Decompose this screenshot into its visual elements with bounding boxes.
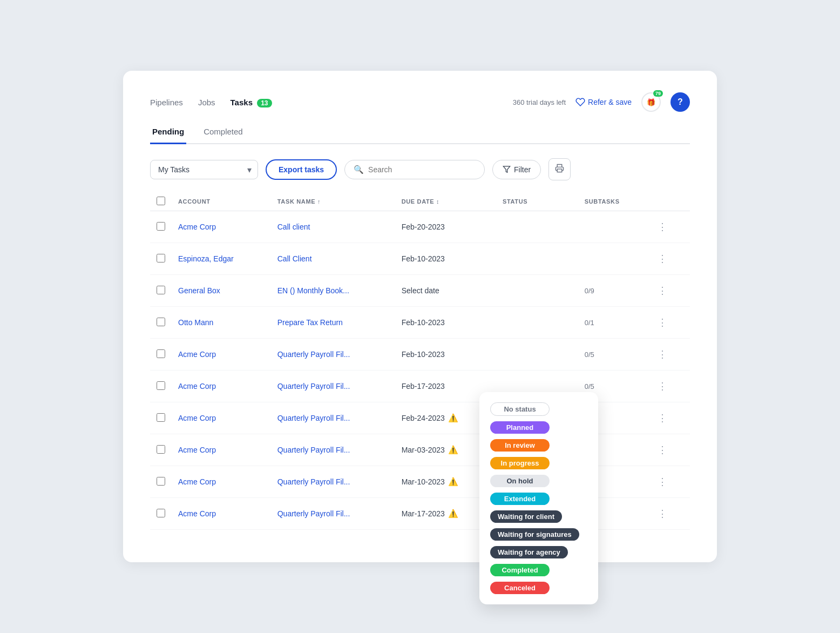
svg-marker-0 [503, 166, 510, 172]
dropdown-item-on-hold[interactable]: On hold [487, 472, 591, 490]
status-dropdown[interactable]: No statusPlannedIn reviewIn progressOn h… [479, 392, 598, 604]
task-link[interactable]: EN () Monthly Book... [277, 286, 349, 295]
account-link[interactable]: Acme Corp [178, 414, 216, 422]
account-link[interactable]: Espinoza, Edgar [178, 254, 234, 263]
alert-icon: ⚠️ [448, 477, 458, 487]
status-option-pill: Planned [490, 421, 550, 434]
row-checkbox[interactable] [157, 286, 165, 294]
nav-pipelines[interactable]: Pipelines [150, 98, 183, 107]
row-checkbox[interactable] [157, 381, 165, 390]
status-option-pill: Waiting for agency [490, 546, 568, 558]
status-option-pill: Canceled [490, 582, 550, 594]
nav-links: Pipelines Jobs Tasks 13 [150, 98, 272, 107]
row-checkbox[interactable] [157, 349, 165, 358]
dropdown-item-in-review[interactable]: In review [487, 436, 591, 454]
status-option-pill: No status [490, 402, 550, 416]
status-cell[interactable] [496, 307, 578, 339]
row-more-button[interactable]: ⋮ [654, 219, 670, 235]
status-option-pill: In progress [490, 457, 550, 469]
row-checkbox[interactable] [157, 413, 165, 422]
task-filter-select-wrap: My Tasks All Tasks Team Tasks ▾ [150, 160, 258, 179]
tab-pending[interactable]: Pending [150, 127, 186, 144]
status-cell[interactable] [496, 211, 578, 243]
table-row: Acme Corp Quarterly Payroll Fil... Mar-1… [150, 466, 690, 498]
status-cell[interactable] [496, 275, 578, 307]
search-input[interactable] [368, 165, 476, 174]
help-button[interactable]: ? [670, 92, 690, 112]
account-link[interactable]: Acme Corp [178, 350, 216, 359]
account-link[interactable]: Acme Corp [178, 446, 216, 454]
row-more-button[interactable]: ⋮ [654, 314, 670, 331]
dropdown-item-canceled[interactable]: Canceled [487, 579, 591, 597]
trial-text: 360 trial days left [513, 98, 566, 106]
row-more-button[interactable]: ⋮ [654, 251, 670, 267]
print-button[interactable] [548, 158, 571, 180]
task-link[interactable]: Prepare Tax Return [277, 318, 343, 327]
dropdown-item-waiting-client[interactable]: Waiting for client [487, 508, 591, 526]
svg-rect-1 [557, 169, 562, 172]
due-date: Feb-10-2023 [402, 350, 445, 359]
table-row: Espinoza, Edgar Call Client Feb-10-2023 … [150, 243, 690, 275]
account-link[interactable]: Acme Corp [178, 382, 216, 390]
table-row: Acme Corp Quarterly Payroll Fil... Feb-1… [150, 339, 690, 371]
row-checkbox[interactable] [157, 254, 165, 262]
row-checkbox[interactable] [157, 318, 165, 326]
main-card: Pipelines Jobs Tasks 13 360 trial days l… [123, 71, 717, 562]
task-link[interactable]: Quarterly Payroll Fil... [277, 350, 350, 359]
dropdown-item-completed[interactable]: Completed [487, 561, 591, 579]
select-all-checkbox[interactable] [157, 197, 165, 205]
table-row: General Box EN () Monthly Book... Select… [150, 275, 690, 307]
task-link[interactable]: Quarterly Payroll Fil... [277, 382, 350, 390]
account-link[interactable]: Acme Corp [178, 223, 216, 231]
row-more-button[interactable]: ⋮ [654, 442, 670, 458]
dropdown-item-waiting-signatures[interactable]: Waiting for signatures [487, 526, 591, 543]
dropdown-item-extended[interactable]: Extended [487, 490, 591, 508]
status-option-pill: Waiting for signatures [490, 528, 579, 541]
row-more-button[interactable]: ⋮ [654, 506, 670, 522]
account-link[interactable]: General Box [178, 286, 220, 295]
export-tasks-button[interactable]: Export tasks [266, 159, 337, 180]
refer-link[interactable]: Refer & save [575, 97, 632, 107]
account-link[interactable]: Acme Corp [178, 477, 216, 486]
task-link[interactable]: Quarterly Payroll Fil... [277, 446, 350, 454]
status-cell[interactable] [496, 339, 578, 371]
row-more-button[interactable]: ⋮ [654, 346, 670, 362]
dropdown-item-no-status[interactable]: No status [487, 400, 591, 419]
due-date: Feb-10-2023 [402, 254, 445, 263]
row-more-button[interactable]: ⋮ [654, 378, 670, 394]
account-link[interactable]: Acme Corp [178, 509, 216, 518]
dropdown-item-in-progress[interactable]: In progress [487, 454, 591, 472]
dropdown-item-planned[interactable]: Planned [487, 419, 591, 436]
table-row: Acme Corp Call client Feb-20-2023 ⋮ [150, 211, 690, 243]
due-date: Mar-03-2023 [402, 446, 445, 454]
row-checkbox[interactable] [157, 222, 165, 231]
filter-button[interactable]: Filter [492, 160, 541, 179]
tasks-table: ACCOUNT TASK NAME ↑ DUE DATE ↕ STATUS SU… [150, 192, 690, 530]
top-nav: Pipelines Jobs Tasks 13 360 trial days l… [150, 92, 690, 112]
nav-jobs[interactable]: Jobs [198, 98, 215, 107]
col-status: STATUS [496, 192, 578, 211]
task-link[interactable]: Quarterly Payroll Fil... [277, 414, 350, 422]
task-link[interactable]: Call client [277, 223, 310, 231]
row-more-button[interactable]: ⋮ [654, 474, 670, 490]
points-icon[interactable]: 🎁 79 [641, 92, 661, 112]
row-checkbox[interactable] [157, 477, 165, 486]
row-more-button[interactable]: ⋮ [654, 282, 670, 299]
task-link[interactable]: Quarterly Payroll Fil... [277, 477, 350, 486]
row-checkbox[interactable] [157, 445, 165, 454]
status-cell[interactable] [496, 243, 578, 275]
row-more-button[interactable]: ⋮ [654, 410, 670, 426]
table-row: Otto Mann Prepare Tax Return Feb-10-2023… [150, 307, 690, 339]
row-checkbox[interactable] [157, 509, 165, 517]
table-row: Acme Corp Quarterly Payroll Fil... Mar-0… [150, 434, 690, 466]
nav-tasks[interactable]: Tasks 13 [231, 98, 272, 107]
task-filter-select[interactable]: My Tasks All Tasks Team Tasks [150, 160, 258, 179]
task-link[interactable]: Quarterly Payroll Fil... [277, 509, 350, 518]
dropdown-item-waiting-agency[interactable]: Waiting for agency [487, 543, 591, 561]
task-link[interactable]: Call Client [277, 254, 312, 263]
tab-completed[interactable]: Completed [201, 127, 245, 144]
due-date: Feb-10-2023 [402, 318, 445, 327]
table-body: Acme Corp Call client Feb-20-2023 ⋮ Espi… [150, 211, 690, 530]
account-link[interactable]: Otto Mann [178, 318, 213, 327]
table-container: ACCOUNT TASK NAME ↑ DUE DATE ↕ STATUS SU… [150, 192, 690, 530]
